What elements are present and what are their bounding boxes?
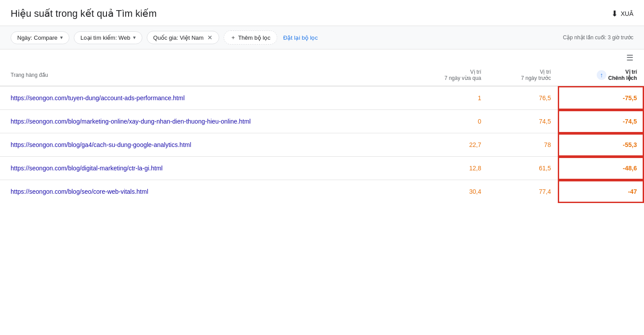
table-row: https://seongon.com/blog/ga4/cach-su-dun… — [0, 133, 644, 157]
table-row: https://seongon.com/tuyen-dung/account-a… — [0, 86, 644, 110]
close-icon[interactable]: ✕ — [207, 34, 213, 41]
cell-page[interactable]: https://seongon.com/blog/marketing-onlin… — [0, 110, 408, 133]
filter-icon-row: ☰ — [0, 49, 644, 64]
table-header-row: Trang hàng đầu Vị trí 7 ngày vừa qua Vị … — [0, 64, 644, 86]
cell-diff: -47 — [558, 180, 644, 203]
country-filter-chip[interactable]: Quốc gia: Việt Nam ✕ — [147, 31, 219, 44]
cell-diff: -74,5 — [558, 110, 644, 133]
cell-pos-prev: 74,5 — [488, 110, 558, 133]
data-table-section: Trang hàng đầu Vị trí 7 ngày vừa qua Vị … — [0, 64, 644, 203]
table-row: https://seongon.com/blog/digital-marketi… — [0, 157, 644, 180]
cell-pos-recent: 22,7 — [408, 133, 488, 157]
cell-pos-recent: 0 — [408, 110, 488, 133]
add-filter-label: Thêm bộ lọc — [238, 34, 271, 41]
col-header-pos-recent: Vị trí 7 ngày vừa qua — [408, 64, 488, 86]
cell-diff: -55,3 — [558, 133, 644, 157]
cell-pos-recent: 30,4 — [408, 180, 488, 203]
plus-icon: ＋ — [230, 34, 236, 41]
page-link[interactable]: https://seongon.com/blog/seo/core-web-vi… — [11, 188, 148, 195]
cell-pos-prev: 61,5 — [488, 157, 558, 180]
table-row: https://seongon.com/blog/seo/core-web-vi… — [0, 180, 644, 203]
cell-pos-recent: 12,8 — [408, 157, 488, 180]
chevron-down-icon: ▾ — [60, 34, 63, 41]
cell-page[interactable]: https://seongon.com/tuyen-dung/account-a… — [0, 86, 408, 110]
cell-pos-recent: 1 — [408, 86, 488, 110]
cell-page[interactable]: https://seongon.com/blog/digital-marketi… — [0, 157, 408, 180]
page-title: Hiệu suất trong kết quả Tìm kiếm — [11, 8, 156, 19]
page-link[interactable]: https://seongon.com/blog/marketing-onlin… — [11, 118, 251, 125]
col-header-page: Trang hàng đầu — [0, 64, 408, 86]
search-type-filter-label: Loại tìm kiếm: Web — [80, 34, 130, 41]
filter-icon[interactable]: ☰ — [626, 53, 633, 63]
country-filter-label: Quốc gia: Việt Nam — [153, 34, 204, 41]
cell-diff: -48,6 — [558, 157, 644, 180]
cell-pos-prev: 77,4 — [488, 180, 558, 203]
page-link[interactable]: https://seongon.com/blog/ga4/cach-su-dun… — [11, 141, 191, 148]
col-header-pos-prev: Vị trí 7 ngày trước — [488, 64, 558, 86]
page-header: Hiệu suất trong kết quả Tìm kiếm ⬇ XUÂ — [0, 0, 644, 26]
date-filter-chip[interactable]: Ngày: Compare ▾ — [11, 31, 69, 44]
date-filter-label: Ngày: Compare — [17, 34, 57, 41]
add-filter-button[interactable]: ＋ Thêm bộ lọc — [224, 30, 277, 45]
update-timestamp: Cập nhật lần cuối: 3 giờ trước — [563, 34, 633, 41]
chevron-down-icon: ▾ — [133, 34, 136, 41]
cell-diff: -75,5 — [558, 86, 644, 110]
filter-bar: Ngày: Compare ▾ Loại tìm kiếm: Web ▾ Quố… — [0, 26, 644, 49]
reset-filter-link[interactable]: Đặt lại bộ lọc — [283, 34, 318, 41]
sort-arrow-icon: ↑ — [597, 70, 606, 80]
table-row: https://seongon.com/blog/marketing-onlin… — [0, 110, 644, 133]
cell-page[interactable]: https://seongon.com/blog/seo/core-web-vi… — [0, 180, 408, 203]
cell-pos-prev: 76,5 — [488, 86, 558, 110]
export-icon: ⬇ — [611, 9, 618, 19]
search-type-filter-chip[interactable]: Loại tìm kiếm: Web ▾ — [74, 31, 142, 44]
export-button[interactable]: ⬇ XUÂ — [611, 9, 633, 19]
export-label: XUÂ — [621, 10, 633, 17]
data-table: Trang hàng đầu Vị trí 7 ngày vừa qua Vị … — [0, 64, 644, 203]
cell-pos-prev: 78 — [488, 133, 558, 157]
page-link[interactable]: https://seongon.com/blog/digital-marketi… — [11, 165, 163, 172]
page-link[interactable]: https://seongon.com/tuyen-dung/account-a… — [11, 94, 185, 102]
col-header-diff: ↑ Vị tríChênh lệch — [558, 64, 644, 86]
cell-page[interactable]: https://seongon.com/blog/ga4/cach-su-dun… — [0, 133, 408, 157]
